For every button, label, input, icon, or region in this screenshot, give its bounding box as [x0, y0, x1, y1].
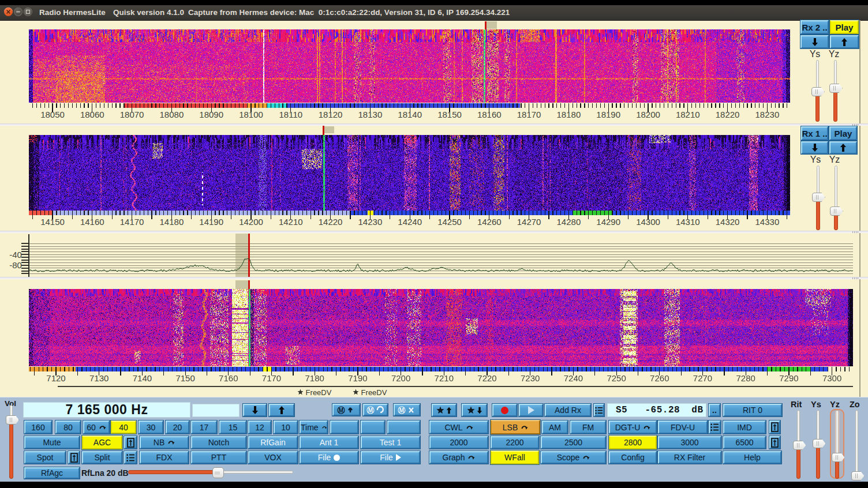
svg-text:M: M	[339, 407, 343, 413]
svg-text:M: M	[399, 407, 404, 413]
svg-text:M: M	[368, 407, 372, 413]
